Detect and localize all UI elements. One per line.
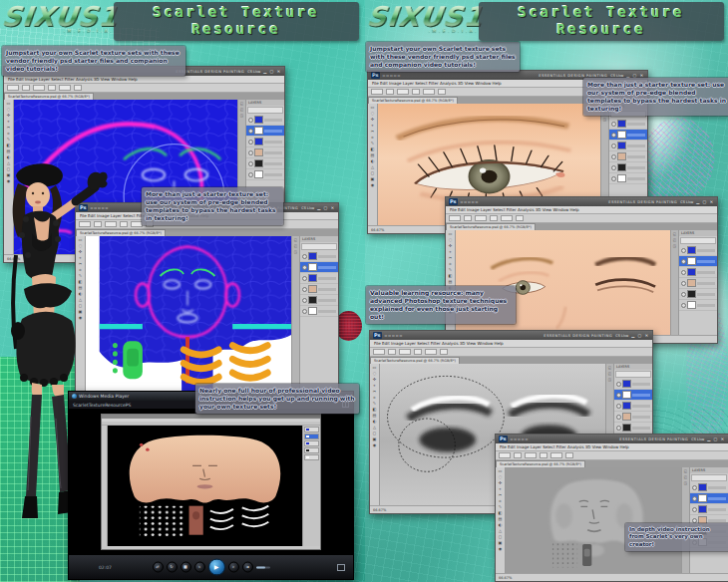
tool-icon[interactable]: ✎ <box>6 137 12 142</box>
layer-row[interactable] <box>246 158 284 169</box>
layer-row[interactable] <box>246 126 284 137</box>
cs-live-button[interactable]: CS Live <box>691 437 704 441</box>
tool-icon[interactable]: ✣ <box>370 117 376 122</box>
layer-row[interactable] <box>679 278 717 289</box>
layer-visibility-icon[interactable] <box>616 426 621 431</box>
layer-visibility-icon[interactable] <box>681 259 686 264</box>
layer-visibility-icon[interactable] <box>692 507 697 512</box>
layer-row[interactable] <box>679 300 717 311</box>
photoshop-options-bar[interactable] <box>4 84 284 93</box>
layer-visibility-icon[interactable] <box>681 248 686 253</box>
layer-visibility-icon[interactable] <box>248 129 253 134</box>
tool-icon[interactable]: ▤ <box>370 152 376 157</box>
tool-icon[interactable]: ▤ <box>498 516 504 521</box>
layer-row[interactable] <box>246 115 284 126</box>
window-buttons[interactable]: ▁ ▢ ✕ <box>707 436 725 441</box>
tool-icon[interactable]: ⌗ <box>370 135 376 140</box>
tool-icon[interactable]: ◉ <box>370 182 376 187</box>
layer-row[interactable] <box>614 401 652 412</box>
app-bar-tool-icons[interactable]: ▫▫▫▫▫ <box>511 435 530 443</box>
tool-icon[interactable]: ◉ <box>498 546 504 551</box>
layer-visibility-icon[interactable] <box>611 154 616 159</box>
tool-icon[interactable]: ◻ <box>498 534 504 539</box>
window-buttons[interactable]: ▁ ▢ ✕ <box>631 333 649 338</box>
tool-icon[interactable]: ✎ <box>448 267 454 272</box>
tool-icon[interactable]: ▭ <box>448 231 454 236</box>
layer-row[interactable] <box>614 390 652 401</box>
layer-row[interactable] <box>609 151 647 162</box>
tool-icon[interactable]: ▤ <box>372 413 378 418</box>
tool-icon[interactable]: ▭ <box>6 101 12 106</box>
cs-live-button[interactable]: CS Live <box>247 70 260 74</box>
tool-icon[interactable]: △ <box>370 164 376 169</box>
tool-icon[interactable]: ◐ <box>372 419 378 424</box>
tool-icon[interactable]: ◧ <box>372 407 378 412</box>
workspace-switcher[interactable]: ESSENTIALS DESIGN PAINTING <box>539 74 607 78</box>
layer-visibility-icon[interactable] <box>681 292 686 297</box>
tool-icon[interactable]: ✣ <box>6 113 12 118</box>
tool-icon[interactable]: ▭ <box>372 365 378 370</box>
layer-visibility-icon[interactable] <box>302 309 307 314</box>
photoshop-menu-bar[interactable]: File Edit Image Layer Select Filter Anal… <box>446 206 717 214</box>
workspace-switcher[interactable]: ESSENTIALS DESIGN PAINTING <box>608 200 677 204</box>
document-tab[interactable]: ScarletTextureResource.psd @ 66.7% (RGB/… <box>446 223 536 230</box>
tool-icon[interactable]: ✂ <box>372 389 378 394</box>
play-button[interactable]: ▶ <box>208 559 225 576</box>
tool-icon[interactable]: ✣ <box>372 377 378 382</box>
layer-row[interactable] <box>679 267 717 278</box>
tool-icon[interactable]: ⌗ <box>6 131 12 136</box>
layer-visibility-icon[interactable] <box>611 165 616 170</box>
layer-row[interactable] <box>300 306 338 317</box>
app-bar-tool-icons[interactable]: ▫▫▫▫▫ <box>383 71 402 80</box>
layer-row[interactable] <box>246 169 284 180</box>
layer-row[interactable] <box>246 147 284 158</box>
layer-visibility-icon[interactable] <box>681 281 686 286</box>
cs-live-button[interactable]: CS Live <box>610 74 623 78</box>
layer-row[interactable] <box>679 245 717 256</box>
workspace-switcher[interactable]: ESSENTIALS DESIGN PAINTING <box>619 437 688 441</box>
repeat-button[interactable]: ↻ <box>167 562 178 573</box>
layer-row[interactable] <box>609 141 647 151</box>
tool-icon[interactable]: ▭ <box>370 105 376 110</box>
layer-row[interactable] <box>300 262 338 273</box>
layer-row[interactable] <box>300 295 338 306</box>
layer-row[interactable] <box>609 173 647 184</box>
layer-row[interactable] <box>300 273 338 284</box>
layer-row[interactable] <box>609 119 647 130</box>
layers-panel-tab[interactable]: LAYERS <box>690 467 728 473</box>
tool-icon[interactable]: ◌ <box>498 474 504 479</box>
tool-icon[interactable]: ▤ <box>448 279 454 284</box>
layer-visibility-icon[interactable] <box>611 122 616 127</box>
layer-row[interactable] <box>614 412 652 423</box>
layer-visibility-icon[interactable] <box>248 140 253 145</box>
tool-icon[interactable]: ◧ <box>370 146 376 151</box>
tool-icon[interactable]: ◧ <box>498 510 504 515</box>
layer-visibility-icon[interactable] <box>611 133 616 138</box>
tool-icon[interactable]: ◻ <box>370 170 376 175</box>
photoshop-options-bar[interactable] <box>496 451 728 460</box>
layer-visibility-icon[interactable] <box>616 382 621 387</box>
app-bar-tool-icons[interactable]: ▫▫▫▫▫ <box>461 197 480 206</box>
tool-icon[interactable]: ◌ <box>448 237 454 242</box>
cs-live-button[interactable]: CS Live <box>680 200 693 204</box>
photoshop-options-bar[interactable] <box>370 348 652 357</box>
tool-icon[interactable]: ▣ <box>370 176 376 181</box>
tool-icon[interactable]: ▣ <box>498 540 504 545</box>
tool-icon[interactable]: ✂ <box>448 255 454 260</box>
tool-icon[interactable]: ▭ <box>498 468 504 473</box>
document-tab[interactable]: ScarletTextureResource.psd @ 66.7% (RGB/… <box>496 460 585 467</box>
layers-panel-tab[interactable]: LAYERS <box>246 100 284 106</box>
tool-icon[interactable]: ✎ <box>370 141 376 146</box>
cs-live-button[interactable]: CS Live <box>301 206 314 210</box>
tool-icon[interactable]: ◌ <box>372 371 378 376</box>
photoshop-menu-bar[interactable]: File Edit Image Layer Select Filter Anal… <box>370 340 652 348</box>
layer-visibility-icon[interactable] <box>302 287 307 292</box>
tool-icon[interactable]: △ <box>498 528 504 533</box>
layer-visibility-icon[interactable] <box>302 298 307 303</box>
tool-icon[interactable]: ✎ <box>498 504 504 509</box>
window-buttons[interactable]: ▁ ▢ ✕ <box>317 205 335 210</box>
tool-icon[interactable]: △ <box>372 425 378 430</box>
tool-icon[interactable]: ⌗ <box>448 261 454 266</box>
layer-visibility-icon[interactable] <box>302 254 307 259</box>
tool-icon[interactable]: ✎ <box>372 401 378 406</box>
